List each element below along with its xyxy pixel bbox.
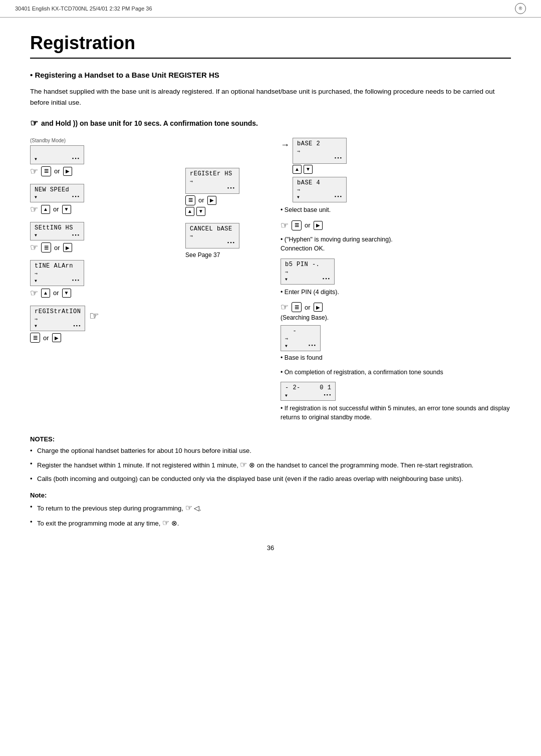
menu-button-icon-3: ☰ (30, 333, 40, 343)
right-bullet-5: On completion of registration, a confirm… (281, 368, 511, 377)
right-bullet-4: Base is found (281, 353, 511, 363)
searching-base-label: (Searching Base). (281, 314, 511, 321)
mid-step-1: rEGIStEr HS ⇒ ▪▪▪ ☰ or ▶ ▲ ▼ (185, 168, 276, 215)
right-step-base2: → bASE 2 ⇒ ▪▪▪ ▲ ▼ bASE 4 (281, 138, 511, 202)
right-column: → bASE 2 ⇒ ▪▪▪ ▲ ▼ bASE 4 (281, 138, 511, 427)
lcd-final: - 2- 0 1 ▼▪▪▪ (281, 382, 336, 400)
mid-menu-btn: ☰ (185, 195, 195, 205)
lcd-cancel-base: CANCEL bASE ⇒ ▪▪▪ (185, 223, 239, 248)
right-nav-updown: ▲ ▼ (293, 165, 347, 174)
notes-section: NOTES: Charge the optional handset batte… (30, 435, 511, 483)
lcd-pin: b5 PIN -. ⇒ ▼▪▪▪ (281, 259, 335, 284)
header-text: 30401 English KX-TCD700NL 25/4/01 2:32 P… (15, 6, 152, 12)
see-page-note: See Page 37 (185, 251, 276, 259)
lcd-dash: - ⇒ ▼▪▪▪ (281, 325, 321, 351)
right-bullet-1: Select base unit. (281, 205, 511, 215)
left-column: (Standby Mode) ▼▪▪▪ ☞ ☰ or ▶ (30, 138, 180, 427)
right-step-pin: b5 PIN -. ⇒ ▼▪▪▪ (281, 259, 511, 284)
page: 30401 English KX-TCD700NL 25/4/01 2:32 P… (0, 0, 541, 756)
right-step-final: - 2- 0 1 ▼▪▪▪ (281, 382, 511, 400)
right-bullet-6: If registration is not successful within… (281, 404, 511, 423)
arrow-right-icon: → (281, 140, 290, 150)
right-menu-btn-2: ☰ (292, 302, 302, 312)
header-bar: 30401 English KX-TCD700NL 25/4/01 2:32 P… (0, 0, 541, 18)
reg-mark: ® (515, 3, 526, 14)
notes-title: NOTES: (30, 435, 511, 443)
nav-right-icon-2: ▶ (63, 243, 72, 252)
nav-up-right: ▲ (293, 165, 302, 174)
lcd-base4: bASE 4 ⇒ ▼▪▪▪ (293, 177, 347, 202)
menu-button-icon-2: ☰ (41, 242, 51, 253)
right-step-dash: - ⇒ ▼▪▪▪ (281, 325, 511, 351)
nav-up-mid: ▲ (185, 207, 194, 216)
nav-up-icon: ▲ (41, 205, 50, 214)
lcd-register-hs: rEGIStEr HS ⇒ ▪▪▪ (185, 168, 239, 193)
action-row-2: ☞ ▲ or ▼ (30, 204, 180, 215)
right-menu-btn: ☰ (292, 220, 302, 230)
right-action-2: ☞ ☰ or ▶ (281, 302, 511, 313)
lcd-display-1: ▼▪▪▪ (30, 145, 84, 164)
content-area: Registration • Registering a Handset to … (0, 18, 541, 572)
note-section: Note: To return to the previous step dur… (30, 491, 511, 529)
step-block-4: tINE ALArn ⇒ ▼▪▪▪ ☞ ▲ or ▼ (30, 260, 180, 298)
standby-label: (Standby Mode) (30, 138, 180, 143)
step-block-2: NEW SPEEd ▼▪▪▪ ☞ ▲ or ▼ (30, 184, 180, 215)
right-nav-right: ▶ (314, 221, 323, 230)
nav-down-right: ▼ (304, 165, 313, 174)
right-bullets-found: Base is found On completion of registrat… (281, 353, 511, 377)
step-block-1: ▼▪▪▪ ☞ ☰ or ▶ (30, 145, 180, 176)
notes-item-2: Register the handset within 1 minute. If… (30, 459, 511, 471)
lcd-display-3: SEttING HS ▼▪▪▪ (30, 222, 84, 240)
note-item-1: To return to the previous step during pr… (30, 502, 511, 514)
mid-action-row-1: ☰ or ▶ (185, 195, 276, 205)
menu-button-icon: ☰ (41, 166, 51, 176)
lcd-display-5: rEGIStrAtION ⇒ ▼▪▪▪ (30, 306, 85, 331)
mid-nav-updown: ▲ ▼ (185, 207, 276, 216)
page-title: Registration (30, 33, 511, 59)
nav-right-icon: ▶ (63, 167, 72, 176)
mid-nav-right: ▶ (207, 196, 216, 205)
middle-column: rEGIStEr HS ⇒ ▪▪▪ ☰ or ▶ ▲ ▼ (180, 168, 281, 427)
notes-list: Charge the optional handset batteries fo… (30, 446, 511, 483)
right-action-1: ☞ ☰ or ▶ (281, 220, 511, 231)
handset-icon: ☞ (89, 310, 99, 323)
lcd-display-2: NEW SPEEd ▼▪▪▪ (30, 184, 84, 202)
nav-down-mid: ▼ (196, 207, 205, 216)
action-row-1: ☞ ☰ or ▶ (30, 166, 180, 177)
diagram-area: (Standby Mode) ▼▪▪▪ ☞ ☰ or ▶ (30, 138, 511, 427)
right-bullet-2: ("Hyphen" is moving during searching).Co… (281, 235, 511, 254)
mid-step-2: CANCEL bASE ⇒ ▪▪▪ See Page 37 (185, 223, 276, 259)
section1-heading: • Registering a Handset to a Base Unit R… (30, 71, 511, 79)
intro-text: The handset supplied with the base unit … (30, 86, 511, 108)
nav-up-icon-2: ▲ (41, 289, 50, 298)
nav-down-icon-2: ▼ (62, 289, 71, 298)
note-title: Note: (30, 491, 511, 499)
lcd-display-4: tINE ALArn ⇒ ▼▪▪▪ (30, 260, 84, 286)
notes-item-3: Calls (both incoming and outgoing) can b… (30, 474, 511, 484)
step-block-5: rEGIStrAtION ⇒ ▼▪▪▪ ☞ ☰ or ▶ (30, 306, 180, 343)
note-item-2: To exit the programming mode at any time… (30, 517, 511, 529)
lcd-base2: bASE 2 ⇒ ▪▪▪ (293, 138, 347, 163)
page-number: 36 (30, 544, 511, 552)
nav-down-icon: ▼ (62, 205, 71, 214)
action-row-4: ☞ ▲ or ▼ (30, 288, 180, 299)
right-nav-right-2: ▶ (314, 303, 323, 312)
action-row-3: ☞ ☰ or ▶ (30, 242, 180, 253)
action-row-5: ☰ or ▶ (30, 333, 180, 343)
notes-item-1: Charge the optional handset batteries fo… (30, 446, 511, 456)
right-bullet-3: Enter PIN (4 digits). (281, 288, 511, 297)
nav-right-icon-3: ▶ (52, 333, 61, 342)
sub-heading: ☞ and Hold )) on base unit for 10 secs. … (30, 118, 511, 129)
note-list: To return to the previous step during pr… (30, 502, 511, 529)
step-block-3: SEttING HS ▼▪▪▪ ☞ ☰ or ▶ (30, 222, 180, 253)
